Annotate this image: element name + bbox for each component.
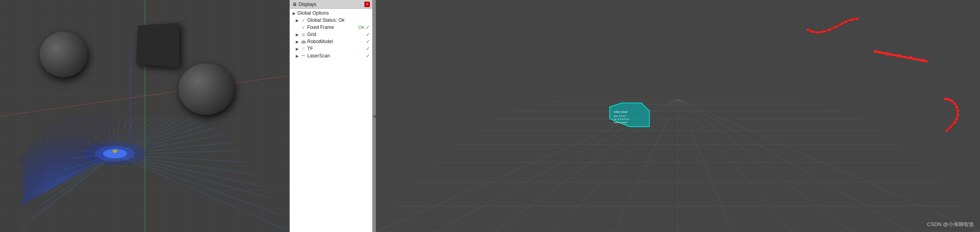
svg-line-34	[115, 154, 285, 230]
tree-arrow-tf: ▶	[295, 47, 299, 51]
tree-icon-tf: ♲	[301, 47, 306, 51]
svg-point-61	[807, 29, 809, 31]
displays-title: 🖥 Displays	[292, 2, 316, 7]
right-3d-viewport[interactable]: robot_base pos: 0.0 0.0 rot: 0.0 0.0 0.0…	[376, 0, 980, 232]
tree-arrow-fixed-frame	[295, 25, 299, 30]
tree-label-grid: Grid	[307, 32, 365, 37]
tree-arrow-grid: ▶	[295, 32, 299, 37]
tree-label-global-status: Global Status: Ok	[307, 17, 370, 23]
svg-point-81	[955, 106, 958, 108]
tree-label-robot-model: RobotModel	[307, 39, 365, 44]
watermark: CSDN @小海聊智造	[927, 221, 974, 228]
sphere-right	[178, 63, 234, 115]
svg-text:pos: 0.0 0.0: pos: 0.0 0.0	[614, 115, 626, 117]
tree-arrow-global-options: ▶	[292, 11, 296, 15]
svg-point-85	[953, 122, 956, 124]
svg-point-72	[886, 52, 889, 55]
panel-splitter[interactable]	[373, 0, 376, 232]
tree-icon-global-status: ✓	[301, 18, 306, 23]
svg-line-60	[875, 51, 927, 61]
svg-text:robot_base: robot_base	[614, 110, 628, 114]
svg-point-76	[944, 98, 946, 100]
svg-point-63	[817, 31, 819, 34]
svg-point-82	[957, 110, 959, 112]
tree-item-global-options[interactable]: ▶ Global Options	[290, 10, 372, 17]
tree-icon-robot-model: 🤖	[301, 40, 306, 44]
right-grid-svg: robot_base pos: 0.0 0.0 rot: 0.0 0.0 0.0…	[376, 0, 980, 232]
tree-item-tf[interactable]: ▶ ♲ TF ✓	[290, 45, 372, 52]
tree-item-global-status[interactable]: ▶ ✓ Global Status: Ok	[290, 17, 372, 24]
svg-point-74	[909, 56, 913, 59]
svg-text:frame: /odom: frame: /odom	[614, 121, 628, 124]
displays-content[interactable]: ▶ Global Options ▶ ✓ Global Status: Ok ✓…	[290, 9, 372, 232]
tree-status-fixed-frame: OK	[358, 25, 365, 30]
svg-point-80	[953, 103, 956, 105]
sphere-left	[40, 32, 87, 77]
svg-point-78	[949, 99, 951, 101]
svg-point-68	[844, 21, 847, 23]
tree-check-robot-model: ✓	[366, 39, 370, 44]
displays-icon: 🖥	[292, 2, 297, 7]
tree-icon-fixed-frame: ✓	[301, 25, 306, 30]
tree-check-tf: ✓	[366, 46, 370, 51]
tree-check-fixed-frame: ✓	[366, 25, 370, 30]
tree-label-fixed-frame: Fixed Frame	[307, 25, 356, 30]
tree-icon-laser-scan: 〜	[301, 53, 306, 59]
tree-label-global-options: Global Options	[297, 10, 370, 16]
svg-point-71	[874, 50, 877, 53]
svg-point-86	[949, 126, 952, 128]
tree-item-robot-model[interactable]: ▶ 🤖 RobotModel ✓	[290, 38, 372, 45]
tree-item-fixed-frame[interactable]: ✓ Fixed Frame OK ✓	[290, 24, 372, 31]
svg-point-66	[835, 26, 837, 28]
svg-point-67	[840, 23, 843, 25]
displays-close-button[interactable]: ×	[364, 2, 370, 7]
tree-item-grid[interactable]: ▶ ⊞ Grid ✓	[290, 31, 372, 38]
svg-point-87	[946, 129, 948, 132]
svg-point-64	[823, 30, 825, 33]
svg-point-65	[829, 29, 831, 31]
svg-point-83	[957, 114, 959, 116]
svg-point-73	[898, 54, 901, 57]
dark-cube	[136, 23, 179, 68]
tree-arrow-global-status: ▶	[295, 18, 299, 23]
svg-point-79	[951, 100, 953, 103]
svg-point-37	[83, 142, 147, 165]
tree-icon-grid: ⊞	[301, 32, 306, 37]
tree-arrow-robot-model: ▶	[295, 40, 299, 44]
svg-point-62	[811, 30, 813, 33]
tree-label-laser-scan: LaserScan	[307, 53, 365, 59]
displays-titlebar: 🖥 Displays ×	[290, 0, 372, 9]
svg-point-84	[955, 118, 958, 120]
tree-label-tf: TF	[307, 46, 365, 51]
svg-point-77	[946, 98, 949, 100]
svg-point-75	[921, 59, 924, 62]
tree-check-laser-scan: ✓	[366, 53, 370, 59]
tree-item-laser-scan[interactable]: ▶ 〜 LaserScan ✓	[290, 52, 372, 59]
tree-check-grid: ✓	[366, 32, 370, 37]
tree-arrow-laser-scan: ▶	[295, 54, 299, 58]
svg-point-38	[113, 150, 117, 153]
left-3d-viewport[interactable]	[0, 0, 289, 232]
svg-point-70	[856, 17, 859, 20]
svg-text:rot: 0.0 0.0 0.0: rot: 0.0 0.0 0.0	[614, 118, 629, 120]
svg-line-33	[115, 154, 278, 214]
displays-panel: 🖥 Displays × ▶ Global Options ▶ ✓ Global…	[289, 0, 373, 232]
displays-title-text: Displays	[299, 2, 316, 7]
svg-point-69	[850, 19, 853, 21]
